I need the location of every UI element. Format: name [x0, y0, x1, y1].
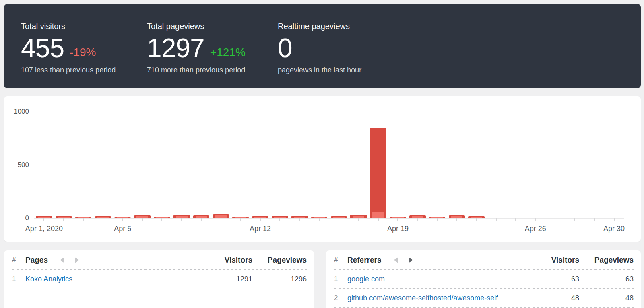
x-axis-tick [181, 218, 182, 221]
row-rank: 2 [334, 294, 347, 302]
pageviews-column-header: Pageviews [579, 256, 634, 265]
visitors-value: 48 [535, 294, 579, 302]
chart-bar-group[interactable] [408, 112, 427, 218]
x-axis-tick [201, 218, 202, 221]
x-axis-tick [142, 218, 143, 221]
chart-bar-group[interactable] [310, 112, 329, 218]
chart-bar-group[interactable] [545, 112, 565, 218]
chart-bar-group[interactable] [152, 112, 172, 218]
x-axis-tick [260, 218, 261, 221]
total-visitors-value: 455 [21, 36, 64, 60]
x-axis-tick [103, 218, 103, 221]
x-axis-tick [221, 218, 221, 221]
chart-bar-group[interactable] [427, 112, 447, 218]
x-axis-tick [161, 218, 162, 221]
row-divider [334, 307, 634, 308]
chart-bar-group[interactable] [604, 112, 624, 218]
x-axis-tick [515, 218, 516, 221]
x-axis-tick-label: Apr 12 [250, 225, 271, 233]
rank-column-header: # [334, 256, 347, 264]
referrer-link[interactable]: google.com [347, 275, 385, 283]
x-axis-tick [614, 218, 615, 221]
chart-bar-group[interactable] [270, 112, 290, 218]
chart-bar-group[interactable] [113, 112, 132, 218]
stat-label: Realtime pageviews [278, 22, 361, 31]
referrers-table-header: # Referrers Visitors Pageviews [334, 250, 634, 269]
x-axis-tick-label: Apr 30 [603, 225, 625, 233]
chart-bar-group[interactable] [192, 112, 211, 218]
x-axis-tick [358, 218, 359, 221]
chart-bar-group[interactable] [349, 112, 368, 218]
chart-bar-group[interactable] [290, 112, 310, 218]
chart-bar-group[interactable] [486, 112, 506, 218]
x-axis-tick [555, 218, 555, 221]
chart-bar-group[interactable] [93, 112, 113, 218]
table-row: 1google.com6363 [334, 269, 634, 288]
chart-bar-group[interactable] [34, 112, 54, 218]
realtime-pageviews-value: 0 [278, 36, 292, 60]
next-page-icon[interactable] [409, 257, 413, 263]
chart-bar-group[interactable] [329, 112, 349, 218]
chart-bar-group[interactable] [368, 112, 388, 218]
stat-label: Total pageviews [147, 22, 278, 31]
page-link[interactable]: Koko Analytics [25, 275, 72, 283]
chart-bar-group[interactable] [250, 112, 270, 218]
change-badge-down: -19% [70, 46, 96, 58]
x-axis-tick [83, 218, 84, 221]
referrers-table-title: Referrers [347, 256, 382, 265]
chart-bar-group[interactable] [584, 112, 604, 218]
row-rank: 1 [12, 275, 25, 283]
chart-bar-group[interactable] [506, 112, 526, 218]
chart-bar-group[interactable] [388, 112, 408, 218]
x-axis-tick [496, 218, 497, 221]
chart-bar-group[interactable] [526, 112, 545, 218]
x-axis-tick [535, 218, 536, 221]
table-row: 1Koko Analytics12911296 [12, 269, 307, 288]
chart-bar-group[interactable] [466, 112, 486, 218]
stat-realtime-pageviews: Realtime pageviews 0 pageviews in the la… [278, 22, 361, 88]
pages-table-card: # Pages Visitors Pageviews 1Koko Analyti… [4, 250, 314, 308]
chart-bar-group[interactable] [231, 112, 250, 218]
chart-bar-group[interactable] [172, 112, 192, 218]
y-axis-tick-label: 1000 [4, 107, 29, 116]
plot-area: Apr 1, 2020Apr 5Apr 12Apr 19Apr 26Apr 30 [34, 112, 624, 218]
stat-subtext: 710 more than previous period [147, 66, 278, 74]
chart-card: Apr 1, 2020Apr 5Apr 12Apr 19Apr 26Apr 30… [4, 96, 641, 242]
chart-bar-group[interactable] [211, 112, 231, 218]
chart-bar-group[interactable] [447, 112, 467, 218]
x-axis-tick [339, 218, 339, 221]
x-axis-tick [43, 218, 44, 221]
referrer-link[interactable]: github.com/awesome-selfhosted/awesome-se… [347, 294, 505, 302]
x-axis-tick [417, 218, 418, 221]
pageviews-value: 1296 [252, 275, 307, 283]
y-axis-tick-label: 500 [4, 161, 29, 169]
stat-label: Total visitors [21, 22, 147, 31]
x-axis-tick [319, 218, 320, 221]
x-axis-tick [456, 218, 457, 221]
x-axis-tick [63, 218, 64, 221]
pageviews-column-header: Pageviews [252, 256, 307, 265]
chart-bar-group[interactable] [132, 112, 152, 218]
chart-bar-group[interactable] [74, 112, 93, 218]
visitors-column-header: Visitors [535, 256, 579, 265]
next-page-icon [75, 257, 79, 263]
chart-bar-group[interactable] [54, 112, 74, 218]
x-axis-tick [574, 218, 575, 221]
change-badge-up: +121% [210, 46, 246, 58]
x-axis-tick [299, 218, 300, 221]
visitors-value: 1291 [208, 275, 252, 283]
x-axis-tick-label: Apr 26 [525, 225, 546, 233]
pageviews-value: 63 [579, 275, 634, 283]
x-axis-tick [378, 218, 379, 221]
total-pageviews-value: 1297 [147, 36, 204, 60]
row-rank: 1 [334, 275, 347, 283]
pageviews-value: 48 [579, 294, 634, 302]
stat-subtext: pageviews in the last hour [278, 66, 361, 74]
pages-table-title: Pages [25, 256, 48, 265]
rank-column-header: # [12, 256, 25, 264]
chart-bar-group[interactable] [565, 112, 585, 218]
table-row: 2github.com/awesome-selfhosted/awesome-s… [334, 288, 634, 307]
x-axis-tick [397, 218, 398, 221]
visitors-column-header: Visitors [208, 256, 252, 265]
stat-subtext: 107 less than previous period [21, 66, 147, 74]
